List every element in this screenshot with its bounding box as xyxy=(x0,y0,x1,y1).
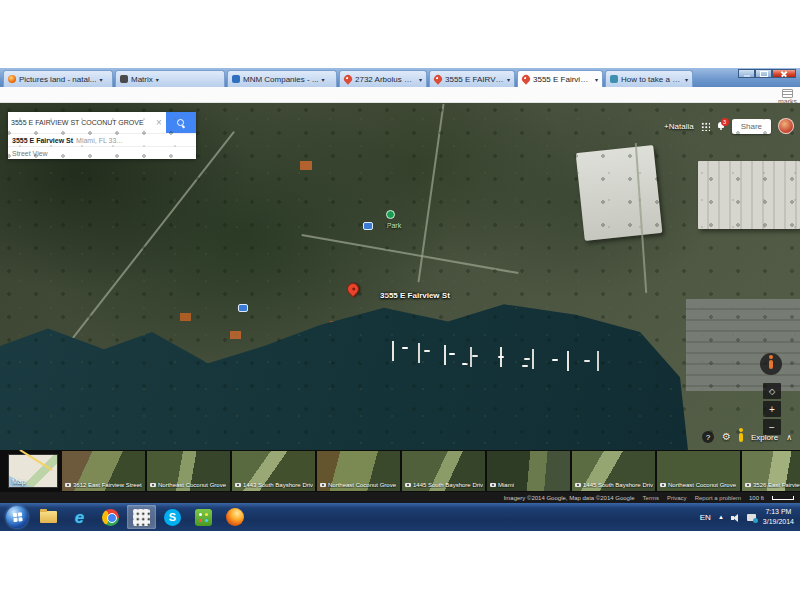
maps-header: +Natalia 3 Share xyxy=(664,118,794,134)
camera-icon xyxy=(405,483,411,487)
minimize-button[interactable] xyxy=(738,69,755,78)
thumb-label: Northeast Coconut Grove xyxy=(668,482,736,488)
messenger-icon xyxy=(195,509,212,526)
terms-link[interactable]: Terms xyxy=(643,495,659,501)
satellite-map[interactable]: Park 3555 E Fairview St × 3555 E Fairvie… xyxy=(0,103,800,450)
tab-label: MNM Companies - ... xyxy=(243,75,319,84)
street-view-row[interactable]: Street View xyxy=(8,146,196,159)
taskbar-firefox[interactable] xyxy=(220,505,249,529)
street-view-icon[interactable] xyxy=(238,304,248,312)
map-thumb-label: Map xyxy=(12,478,26,485)
tab-dropdown-icon[interactable]: ▾ xyxy=(419,76,422,83)
search-icon xyxy=(177,119,185,127)
zoom-in-button[interactable]: + xyxy=(763,401,781,417)
taskbar-internet-explorer[interactable]: e xyxy=(65,505,94,529)
pegman-button[interactable] xyxy=(760,353,782,375)
tilt-button[interactable]: ◇ xyxy=(763,383,781,399)
tab-2732-arbolus[interactable]: 2732 Arbolus St - G... ▾ xyxy=(339,70,427,87)
clock-time: 7:13 PM xyxy=(763,507,794,517)
desktop-screen: Pictures land - natal... ▾ Matrix ▾ MNM … xyxy=(0,0,800,600)
profile-name[interactable]: +Natalia xyxy=(664,122,694,131)
maps-pin-favicon xyxy=(432,73,443,84)
tab-label: Matrix xyxy=(131,75,153,84)
photo-thumbnail[interactable]: 1443 South Bayshore Drive xyxy=(232,451,315,491)
tab-dropdown-icon[interactable]: ▾ xyxy=(99,76,102,83)
photo-thumbnail[interactable]: 1445 South Bayshore Drive xyxy=(402,451,485,491)
location-pin-icon[interactable] xyxy=(345,281,362,298)
close-button[interactable] xyxy=(772,69,796,78)
notifications-bell-icon[interactable]: 3 xyxy=(717,122,725,130)
photo-thumbnail[interactable]: Miami xyxy=(487,451,570,491)
thumb-label: 1443 South Bayshore Drive xyxy=(243,482,313,488)
clear-search-icon[interactable]: × xyxy=(152,112,166,133)
taskbar-messenger[interactable] xyxy=(189,505,218,529)
thumb-label: Northeast Coconut Grove xyxy=(328,482,396,488)
firefox-icon xyxy=(226,508,244,526)
browser-chrome: marks xyxy=(0,87,800,103)
tab-pictures-land[interactable]: Pictures land - natal... ▾ xyxy=(3,70,113,87)
taskbar-explorer[interactable] xyxy=(34,505,63,529)
start-button[interactable] xyxy=(6,506,28,528)
camera-icon xyxy=(660,483,666,487)
taskbar-clock[interactable]: 7:13 PM 3/19/2014 xyxy=(763,507,798,527)
taskbar-skype[interactable]: S xyxy=(158,505,187,529)
pegman-yellow-icon[interactable] xyxy=(739,433,743,442)
map-attribution: Imagery ©2014 Google, Map data ©2014 Goo… xyxy=(0,492,800,503)
industrial-building xyxy=(698,161,800,229)
menu-icon[interactable] xyxy=(782,89,793,98)
tab-matrix[interactable]: Matrix ▾ xyxy=(115,70,225,87)
tab-3555-fairview-active[interactable]: 3555 E Fairview St - ... ▾ xyxy=(517,70,603,87)
privacy-link[interactable]: Privacy xyxy=(667,495,687,501)
report-problem-link[interactable]: Report a problem xyxy=(695,495,741,501)
photo-thumbnail[interactable]: 3612 East Fairview Street xyxy=(62,451,145,491)
tab-3555-fairview-caps[interactable]: 3555 E FAIRVIEW S... ▾ xyxy=(429,70,515,87)
matrix-favicon xyxy=(120,75,128,83)
tab-how-to-screenshot[interactable]: How to take a scree... ▾ xyxy=(605,70,693,87)
grid-app-icon xyxy=(133,509,150,526)
street-view-label: Street View xyxy=(12,150,48,157)
maximize-button[interactable] xyxy=(755,69,772,78)
thumb-label: Northeast Coconut Grove xyxy=(158,482,226,488)
taskbar-chrome[interactable] xyxy=(96,505,125,529)
marina-docks xyxy=(392,341,394,361)
photo-thumbnail[interactable]: 3526 East Fairview xyxy=(742,451,800,491)
photo-thumbnail[interactable]: Northeast Coconut Grove xyxy=(147,451,230,491)
photo-thumbnail[interactable]: 1445 South Bayshore Drive xyxy=(572,451,655,491)
houses-cluster xyxy=(180,313,191,321)
apps-grid-icon[interactable] xyxy=(701,122,710,131)
chrome-icon xyxy=(102,509,119,526)
condo-building xyxy=(576,145,663,241)
taskbar-grid-app[interactable] xyxy=(127,505,156,529)
photo-thumbnail[interactable]: Northeast Coconut Grove xyxy=(657,451,740,491)
network-icon[interactable] xyxy=(747,514,756,521)
explore-label[interactable]: Explore xyxy=(751,433,778,442)
language-indicator[interactable]: EN xyxy=(700,513,711,522)
gear-icon[interactable]: ⚙ xyxy=(722,432,731,442)
tab-dropdown-icon[interactable]: ▾ xyxy=(685,76,688,83)
share-button[interactable]: Share xyxy=(732,119,771,134)
tab-dropdown-icon[interactable]: ▾ xyxy=(595,76,598,83)
camera-icon xyxy=(490,483,496,487)
parking-lot xyxy=(686,299,800,391)
tray-expand-icon[interactable]: ▲ xyxy=(718,514,724,520)
tab-dropdown-icon[interactable]: ▾ xyxy=(322,76,325,83)
search-button[interactable] xyxy=(166,112,196,133)
scale-label: 100 ft xyxy=(749,495,764,501)
help-button[interactable]: ? xyxy=(702,431,714,443)
volume-icon[interactable] xyxy=(731,513,740,522)
search-input[interactable] xyxy=(8,112,152,133)
avatar[interactable] xyxy=(778,118,794,134)
search-suggestion[interactable]: 3555 E Fairview St Miami, FL 33... xyxy=(8,133,196,146)
mnm-favicon xyxy=(232,75,240,83)
map-view-thumbnail[interactable]: Map xyxy=(8,454,58,488)
houses-cluster xyxy=(300,161,312,170)
camera-icon xyxy=(745,483,751,487)
tab-dropdown-icon[interactable]: ▾ xyxy=(156,76,159,83)
photo-thumbnail[interactable]: Northeast Coconut Grove xyxy=(317,451,400,491)
tab-mnm-companies[interactable]: MNM Companies - ... ▾ xyxy=(227,70,337,87)
camera-icon xyxy=(235,483,241,487)
collapse-chevron-icon[interactable]: ∧ xyxy=(786,433,792,442)
tab-dropdown-icon[interactable]: ▾ xyxy=(507,76,510,83)
maps-pin-favicon xyxy=(520,73,531,84)
park-poi-icon[interactable] xyxy=(386,210,395,219)
